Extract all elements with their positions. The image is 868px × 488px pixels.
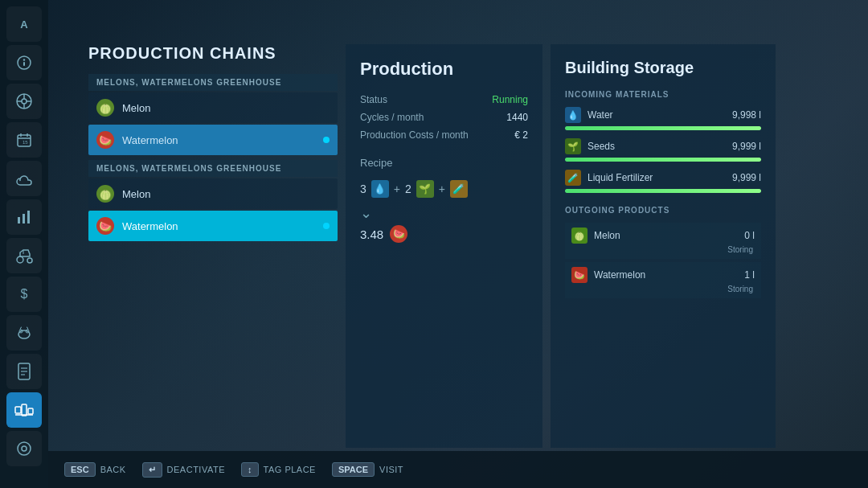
- storage-panel: Building Storage INCOMING MATERIALS 💧 Wa…: [551, 44, 776, 448]
- water-amount: 9,998 l: [732, 109, 761, 121]
- outgoing-watermelon-amount: 1 l: [744, 269, 755, 281]
- chain-name-watermelon-1: Watermelon: [122, 134, 323, 146]
- sidebar-btn-tractor[interactable]: [6, 238, 42, 273]
- status-value: Running: [492, 94, 528, 105]
- sidebar-btn-finance[interactable]: $: [6, 277, 42, 312]
- chain-item-watermelon-1[interactable]: 🍉 Watermelon: [88, 125, 338, 155]
- svg-text:15: 15: [23, 140, 28, 145]
- storage-item-water: 💧 Water 9,998 l: [565, 107, 761, 130]
- tagplace-label: TAG PLACE: [264, 465, 316, 474]
- recipe-result: 3.48 🍉: [360, 225, 528, 243]
- outgoing-item-watermelon: 🍉 Watermelon 1 l Storing: [565, 262, 761, 298]
- production-title: Production: [360, 59, 528, 80]
- chain-item-watermelon-2[interactable]: 🍉 Watermelon: [88, 211, 338, 241]
- seeds-storage-icon: 🌱: [565, 138, 581, 154]
- visit-badge: SPACE: [332, 462, 375, 477]
- production-chains-title: PRODUCTION CHAINS: [88, 44, 338, 63]
- fertilizer-progress: [565, 189, 761, 193]
- outgoing-item-melon: 🍈 Melon 0 l Storing: [565, 223, 761, 259]
- water-recipe-icon: 💧: [371, 180, 389, 198]
- tagplace-badge: ↕: [241, 462, 259, 477]
- esc-label: BACK: [100, 465, 126, 474]
- sidebar-btn-steering[interactable]: [6, 84, 42, 119]
- seeds-name: Seeds: [588, 141, 732, 152]
- sidebar-btn-map[interactable]: A: [6, 6, 42, 42]
- outgoing-section: OUTGOING PRODUCTS 🍈 Melon 0 l Storing 🍉 …: [565, 206, 761, 298]
- melon-icon-2: 🍈: [96, 185, 114, 203]
- chain-name-watermelon-2: Watermelon: [122, 220, 323, 232]
- costs-row: Production Costs / month € 2: [360, 129, 528, 141]
- key-deactivate[interactable]: ↵ DEACTIVATE: [142, 462, 225, 478]
- storage-item-fertilizer-header: 🧪 Liquid Fertilizer 9,999 l: [565, 170, 761, 186]
- seeds-progress: [565, 158, 761, 162]
- fertilizer-amount: 9,999 l: [732, 172, 761, 183]
- svg-rect-14: [18, 217, 20, 223]
- melon-outgoing-icon: 🍈: [571, 228, 588, 244]
- key-visit[interactable]: SPACE VISIT: [332, 462, 403, 477]
- visit-label: VISIT: [379, 465, 403, 474]
- svg-rect-28: [22, 404, 27, 416]
- water-progress: [565, 126, 761, 130]
- svg-point-4: [22, 99, 27, 104]
- cycles-label: Cycles / month: [360, 112, 424, 123]
- fertilizer-name: Liquid Fertilizer: [588, 172, 732, 183]
- outgoing-watermelon-header: 🍉 Watermelon 1 l: [571, 267, 755, 283]
- melon-icon-1: 🍈: [96, 99, 114, 117]
- seeds-recipe-icon: 🌱: [416, 180, 434, 198]
- sidebar-btn-calendar[interactable]: 15: [6, 122, 42, 158]
- watermelon-icon-1: 🍉: [96, 131, 114, 149]
- sidebar-btn-weather[interactable]: [6, 161, 42, 196]
- svg-point-18: [27, 258, 32, 263]
- sidebar-btn-stats[interactable]: [6, 199, 42, 235]
- sidebar-btn-info[interactable]: [6, 45, 42, 80]
- outgoing-watermelon-name: Watermelon: [594, 269, 744, 281]
- plus-op-1: +: [394, 182, 400, 195]
- sidebar-btn-production[interactable]: [6, 392, 42, 428]
- seeds-amount: 9,999 l: [732, 141, 761, 152]
- chain-item-melon-2[interactable]: 🍈 Melon: [88, 178, 338, 209]
- fertilizer-storage-icon: 🧪: [565, 170, 581, 186]
- outgoing-melon-status: Storing: [571, 245, 755, 254]
- svg-rect-15: [23, 214, 25, 223]
- chain-name-melon-2: Melon: [122, 188, 330, 200]
- outgoing-melon-amount: 0 l: [744, 230, 755, 241]
- recipe-water-amount: 3: [360, 182, 366, 195]
- chain-dot-1: [323, 137, 330, 143]
- outgoing-melon-header: 🍈 Melon 0 l: [571, 228, 755, 244]
- sidebar-btn-shop[interactable]: [6, 431, 42, 466]
- costs-value: € 2: [514, 129, 528, 141]
- outgoing-label: OUTGOING PRODUCTS: [565, 206, 761, 215]
- svg-rect-16: [27, 211, 30, 223]
- watermelon-icon-2: 🍉: [96, 217, 114, 235]
- deactivate-label: DEACTIVATE: [167, 465, 225, 474]
- svg-rect-2: [23, 62, 25, 66]
- production-chains-panel: PRODUCTION CHAINS MELONS, WATERMELONS GR…: [88, 44, 338, 448]
- watermelon-outgoing-icon: 🍉: [571, 267, 588, 283]
- outgoing-melon-name: Melon: [594, 230, 744, 241]
- key-tagplace[interactable]: ↕ TAG PLACE: [241, 462, 316, 477]
- chain-group-2-header: MELONS, WATERMELONS GREENHOUSE: [88, 160, 338, 177]
- recipe-seeds-amount: 2: [405, 182, 411, 195]
- plus-op-2: +: [439, 182, 445, 195]
- bottom-bar: ESC BACK ↵ DEACTIVATE ↕ TAG PLACE SPACE …: [48, 451, 868, 488]
- water-storage-icon: 💧: [565, 107, 581, 123]
- incoming-label: INCOMING MATERIALS: [565, 90, 761, 99]
- svg-point-20: [18, 330, 30, 338]
- svg-rect-29: [28, 408, 33, 414]
- water-name: Water: [588, 109, 732, 121]
- sidebar-btn-animals[interactable]: [6, 315, 42, 351]
- storage-item-fertilizer: 🧪 Liquid Fertilizer 9,999 l: [565, 170, 761, 193]
- key-esc[interactable]: ESC BACK: [64, 462, 126, 477]
- water-progress-fill: [565, 126, 761, 130]
- chain-dot-2: [323, 223, 330, 229]
- costs-label: Production Costs / month: [360, 129, 469, 141]
- sidebar-btn-contracts[interactable]: [6, 354, 42, 389]
- recipe-formula: 3 💧 + 2 🌱 + 🧪: [360, 180, 528, 198]
- chain-item-melon-1[interactable]: 🍈 Melon: [88, 92, 338, 123]
- outgoing-watermelon-status: Storing: [571, 285, 755, 293]
- recipe-arrow: ⌄: [360, 204, 528, 222]
- status-label: Status: [360, 94, 387, 105]
- chain-name-melon-1: Melon: [122, 102, 330, 114]
- status-row: Status Running: [360, 94, 528, 105]
- recipe-label: Recipe: [360, 157, 528, 169]
